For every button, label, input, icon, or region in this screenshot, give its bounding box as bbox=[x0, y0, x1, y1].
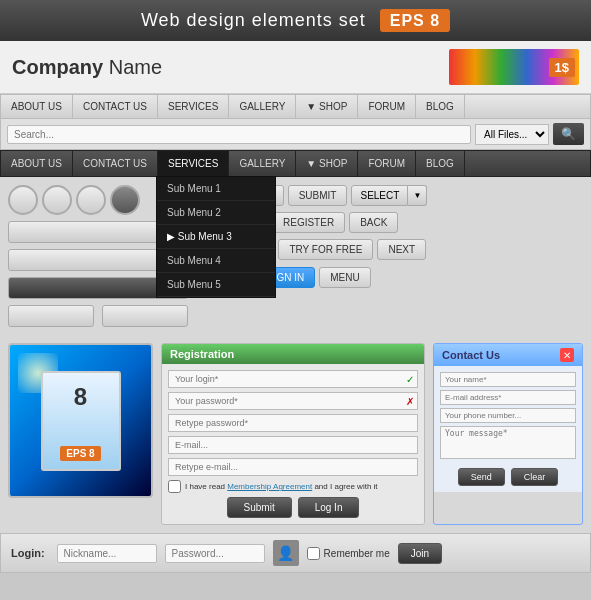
header-title: Web design elements set bbox=[141, 10, 366, 30]
registration-form: Registration ✓ ✗ I have read Membership bbox=[161, 343, 425, 525]
remember-checkbox[interactable] bbox=[307, 547, 320, 560]
agree-checkbox[interactable] bbox=[168, 480, 181, 493]
circle-btn-1[interactable] bbox=[8, 185, 38, 215]
contact-close-btn[interactable]: ✕ bbox=[560, 348, 574, 362]
nav1-services[interactable]: SERVICES bbox=[158, 95, 229, 118]
nav1-forum[interactable]: FORUM bbox=[358, 95, 416, 118]
header-bar: Web design elements set EPS 8 bbox=[0, 0, 591, 41]
remember-label: Remember me bbox=[324, 548, 390, 559]
send-btn[interactable]: Send bbox=[458, 468, 505, 486]
nav2-contact[interactable]: CONTACT US bbox=[73, 151, 158, 176]
form-row-retype bbox=[168, 414, 418, 432]
menu-btn[interactable]: MENU bbox=[319, 267, 370, 288]
half-row bbox=[8, 305, 188, 327]
nav1-shop[interactable]: ▼ SHOP bbox=[296, 95, 358, 118]
join-btn[interactable]: Join bbox=[398, 543, 442, 564]
contact-phone-input[interactable] bbox=[440, 408, 576, 423]
clear-btn[interactable]: Clear bbox=[511, 468, 559, 486]
product-number: 8 bbox=[74, 383, 87, 411]
nav-bar-2: ABOUT US CONTACT US SERVICES GALLERY ▼ S… bbox=[0, 150, 591, 177]
password-err-icon: ✗ bbox=[406, 396, 414, 407]
reg-header: Registration bbox=[162, 344, 424, 364]
password-footer-input[interactable] bbox=[165, 544, 265, 563]
main-area: SEARCH SUBMIT SELECT ▼ ◀ ▶ REGISTER BACK… bbox=[0, 177, 591, 335]
rect-btn-half-1[interactable] bbox=[8, 305, 94, 327]
dropdown-item-3[interactable]: ▶ Sub Menu 3 bbox=[157, 225, 275, 249]
login-ok-icon: ✓ bbox=[406, 374, 414, 385]
retype-password-input[interactable] bbox=[168, 414, 418, 432]
back-btn[interactable]: BACK bbox=[349, 212, 398, 233]
nav2-shop[interactable]: ▼ SHOP bbox=[296, 151, 358, 176]
contact-email-input[interactable] bbox=[440, 390, 576, 405]
reg-body: ✓ ✗ I have read Membership Agreement and… bbox=[162, 364, 424, 524]
login-form-btn[interactable]: Log In bbox=[298, 497, 360, 518]
select-btn[interactable]: SELECT bbox=[351, 185, 408, 206]
form-row-email bbox=[168, 436, 418, 454]
company-name-bold: Company bbox=[12, 56, 103, 78]
nav-bar-1: ABOUT US CONTACT US SERVICES GALLERY ▼ S… bbox=[0, 94, 591, 119]
form-btns: Submit Log In bbox=[168, 497, 418, 518]
nav2-forum[interactable]: FORUM bbox=[358, 151, 416, 176]
banner-price: 1$ bbox=[549, 58, 575, 77]
form-row-login: ✓ bbox=[168, 370, 418, 388]
nav2-gallery[interactable]: GALLERY bbox=[229, 151, 296, 176]
search-select[interactable]: All Files... bbox=[475, 124, 549, 145]
dropdown-item-4[interactable]: Sub Menu 4 bbox=[157, 249, 275, 273]
circle-btn-4[interactable] bbox=[110, 185, 140, 215]
banner-image: 1$ bbox=[449, 49, 579, 85]
bottom-section: 8 EPS 8 Registration ✓ ✗ bbox=[0, 335, 591, 533]
contact-name-input[interactable] bbox=[440, 372, 576, 387]
contact-header: Contact Us ✕ bbox=[434, 344, 582, 366]
user-icon: 👤 bbox=[273, 540, 299, 566]
search-input[interactable] bbox=[7, 125, 471, 144]
nav1-contact[interactable]: CONTACT US bbox=[73, 95, 158, 118]
remember-row: Remember me bbox=[307, 547, 390, 560]
form-row-password: ✗ bbox=[168, 392, 418, 410]
agree-text: I have read Membership Agreement and I a… bbox=[185, 482, 378, 491]
contact-box: Contact Us ✕ Send Clear bbox=[433, 343, 583, 525]
nav2-blog[interactable]: BLOG bbox=[416, 151, 465, 176]
try-free-btn[interactable]: TRY FOR FREE bbox=[278, 239, 373, 260]
submit-form-btn[interactable]: Submit bbox=[227, 497, 292, 518]
eps-badge: EPS 8 bbox=[380, 9, 450, 32]
login-input[interactable] bbox=[168, 370, 418, 388]
contact-title: Contact Us bbox=[442, 349, 500, 361]
login-label: Login: bbox=[11, 547, 45, 559]
nav1-about[interactable]: ABOUT US bbox=[1, 95, 73, 118]
select-arrow[interactable]: ▼ bbox=[408, 185, 427, 206]
rect-btn-half-2[interactable] bbox=[102, 305, 188, 327]
email-input[interactable] bbox=[168, 436, 418, 454]
company-name-rest: Name bbox=[103, 56, 162, 78]
contact-btns: Send Clear bbox=[440, 468, 576, 486]
dropdown-item-2[interactable]: Sub Menu 2 bbox=[157, 201, 275, 225]
circle-btn-3[interactable] bbox=[76, 185, 106, 215]
register-btn[interactable]: REGISTER bbox=[272, 212, 345, 233]
dropdown-menu: Sub Menu 1 Sub Menu 2 ▶ Sub Menu 3 Sub M… bbox=[156, 176, 276, 298]
company-name: Company Name bbox=[12, 56, 162, 79]
banner-area: 1$ bbox=[449, 49, 579, 85]
product-inner: 8 EPS 8 bbox=[41, 371, 121, 471]
product-label: EPS 8 bbox=[60, 446, 100, 461]
contact-body: Send Clear bbox=[434, 366, 582, 492]
nav2-services[interactable]: SERVICES bbox=[158, 151, 229, 176]
contact-message-input[interactable] bbox=[440, 426, 576, 459]
nav2-about[interactable]: ABOUT US bbox=[1, 151, 73, 176]
dropdown-item-1[interactable]: Sub Menu 1 bbox=[157, 177, 275, 201]
dropdown-item-5[interactable]: Sub Menu 5 bbox=[157, 273, 275, 297]
retype-email-input[interactable] bbox=[168, 458, 418, 476]
circle-btn-2[interactable] bbox=[42, 185, 72, 215]
search-button[interactable]: 🔍 bbox=[553, 123, 584, 145]
agree-row: I have read Membership Agreement and I a… bbox=[168, 480, 418, 493]
product-box: 8 EPS 8 bbox=[8, 343, 153, 498]
membership-link[interactable]: Membership Agreement bbox=[227, 482, 312, 491]
nav1-blog[interactable]: BLOG bbox=[416, 95, 465, 118]
nickname-input[interactable] bbox=[57, 544, 157, 563]
select-btn-wrap: SELECT ▼ bbox=[351, 185, 427, 206]
next-btn[interactable]: NEXT bbox=[377, 239, 426, 260]
search-row: All Files... 🔍 bbox=[0, 119, 591, 150]
company-bar: Company Name 1$ bbox=[0, 41, 591, 94]
form-row-retype-email bbox=[168, 458, 418, 476]
nav1-gallery[interactable]: GALLERY bbox=[229, 95, 296, 118]
submit-btn[interactable]: SUBMIT bbox=[288, 185, 348, 206]
password-input[interactable] bbox=[168, 392, 418, 410]
